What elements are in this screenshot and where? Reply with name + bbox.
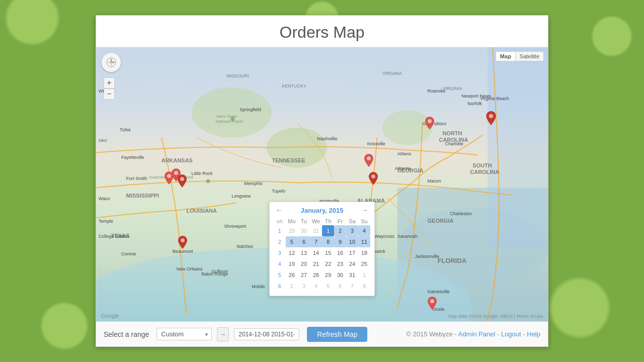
cal-day[interactable]: 12: [286, 247, 298, 258]
cal-day[interactable]: 1: [322, 225, 334, 236]
pin-dallas-3: [178, 174, 187, 188]
logout-link[interactable]: Logout: [501, 330, 521, 338]
cal-day[interactable]: 9: [334, 236, 346, 247]
cal-day[interactable]: 10: [346, 236, 358, 247]
cal-day[interactable]: 15: [322, 247, 334, 258]
cal-day[interactable]: 3: [346, 225, 358, 236]
cal-day[interactable]: 24: [346, 258, 358, 269]
cal-day[interactable]: 5: [322, 281, 334, 292]
cal-day[interactable]: 18: [358, 247, 370, 258]
zoom-controls[interactable]: + −: [104, 77, 115, 100]
cal-next-button[interactable]: →: [359, 206, 370, 214]
cal-day[interactable]: 26: [286, 269, 298, 281]
cal-th-header: Th: [322, 217, 334, 225]
cal-day[interactable]: 30: [334, 269, 346, 281]
map-type-controls[interactable]: Map Satellite: [496, 51, 544, 61]
calendar-popup: ← January, 2015 → wk Mo Tu We Th Fr Sa S…: [269, 202, 375, 296]
cal-day[interactable]: 31: [346, 269, 358, 281]
range-select-wrapper[interactable]: CustomTodayLast 7 DaysLast 30 DaysThis M…: [156, 328, 212, 340]
zoom-out-button[interactable]: −: [104, 88, 115, 100]
footer-links: © 2015 Webyze - Admin Panel - Logout - H…: [406, 330, 540, 338]
range-forward-button[interactable]: →: [217, 327, 229, 341]
cal-day[interactable]: 5: [286, 236, 298, 247]
date-range-input[interactable]: [234, 328, 299, 340]
svg-text:Athens: Athens: [397, 151, 412, 156]
cal-mo-header: Mo: [286, 217, 298, 225]
cal-week-num: 5: [274, 269, 286, 281]
admin-panel-link[interactable]: Admin Panel: [458, 330, 496, 338]
svg-text:LOUISIANA: LOUISIANA: [187, 208, 217, 214]
svg-text:MISSOURI: MISSOURI: [226, 73, 249, 78]
cal-day[interactable]: 8: [322, 236, 334, 247]
cal-day[interactable]: 13: [298, 247, 310, 258]
svg-text:SOUTH: SOUTH: [472, 162, 492, 168]
cal-sa-header: Sa: [346, 217, 358, 225]
cal-day[interactable]: 29: [286, 225, 298, 236]
cal-day[interactable]: 31: [310, 225, 322, 236]
cal-day[interactable]: 27: [298, 269, 310, 281]
compass-icon: [106, 57, 116, 67]
svg-marker-91: [107, 61, 110, 63]
select-range-label: Select a range: [104, 330, 149, 338]
cal-day[interactable]: 6: [298, 236, 310, 247]
svg-text:GEORGIA: GEORGIA: [428, 218, 454, 224]
svg-marker-90: [110, 63, 112, 66]
svg-text:Norfolk: Norfolk: [467, 101, 482, 106]
cal-day[interactable]: 8: [358, 281, 370, 292]
svg-text:FLORIDA: FLORIDA: [437, 257, 466, 264]
separator-1: -: [497, 330, 501, 338]
cal-week-num: 6: [274, 281, 286, 292]
svg-text:Jacksonville: Jacksonville: [415, 254, 439, 259]
cal-day[interactable]: 21: [310, 258, 322, 269]
cal-day[interactable]: 30: [298, 225, 310, 236]
cal-day[interactable]: 1: [358, 269, 370, 281]
svg-marker-92: [112, 61, 115, 63]
map-type-map-button[interactable]: Map: [496, 52, 515, 61]
svg-point-84: [371, 174, 375, 178]
cal-day[interactable]: 20: [298, 258, 310, 269]
range-select[interactable]: CustomTodayLast 7 DaysLast 30 DaysThis M…: [156, 328, 212, 340]
cal-day[interactable]: 3: [298, 281, 310, 292]
cal-day[interactable]: 25: [358, 258, 370, 269]
cal-day[interactable]: 23: [334, 258, 346, 269]
map-type-satellite-button[interactable]: Satellite: [516, 52, 543, 61]
main-container: Orders Map: [96, 15, 548, 347]
cal-day[interactable]: 28: [310, 269, 322, 281]
svg-point-86: [489, 114, 494, 118]
cal-day[interactable]: 4: [358, 225, 370, 236]
svg-text:OKC: OKC: [99, 138, 108, 143]
cal-day[interactable]: 16: [334, 247, 346, 258]
svg-text:Shreveport: Shreveport: [224, 224, 246, 229]
svg-text:New Orleans: New Orleans: [177, 266, 203, 272]
cal-day[interactable]: 14: [310, 247, 322, 258]
cal-day[interactable]: 11: [358, 236, 370, 247]
refresh-map-button[interactable]: Refresh Map: [307, 327, 367, 342]
svg-point-87: [430, 299, 434, 303]
pin-atlanta-1: [364, 154, 373, 167]
cal-day[interactable]: 6: [334, 281, 346, 292]
cal-day[interactable]: 7: [310, 236, 322, 247]
svg-text:Atlanta: Atlanta: [395, 165, 411, 171]
cal-day[interactable]: 2: [286, 281, 298, 292]
pin-miami: [428, 297, 437, 310]
zoom-in-button[interactable]: +: [104, 77, 115, 88]
cal-week-num: 4: [274, 258, 286, 269]
map-navigation-control[interactable]: [101, 52, 121, 72]
cal-day[interactable]: 2: [334, 225, 346, 236]
cal-day[interactable]: 17: [346, 247, 358, 258]
svg-text:Charleston: Charleston: [450, 211, 471, 216]
svg-text:Tupelo: Tupelo: [272, 189, 285, 194]
cal-day[interactable]: 4: [310, 281, 322, 292]
pan-control[interactable]: [101, 52, 121, 72]
cal-prev-button[interactable]: ←: [274, 206, 285, 214]
svg-text:Waycross: Waycross: [375, 234, 395, 239]
cal-day[interactable]: 29: [322, 269, 334, 281]
svg-text:Tulsa: Tulsa: [120, 127, 131, 132]
svg-text:Waco: Waco: [99, 196, 110, 201]
cal-day[interactable]: 19: [286, 258, 298, 269]
map-area[interactable]: ARKANSAS MISSISSIPPI ALABAMA GEORGIA NOR…: [96, 47, 548, 321]
cal-day[interactable]: 7: [346, 281, 358, 292]
svg-point-78: [206, 179, 210, 183]
cal-day[interactable]: 22: [322, 258, 334, 269]
help-link[interactable]: Help: [527, 330, 540, 338]
